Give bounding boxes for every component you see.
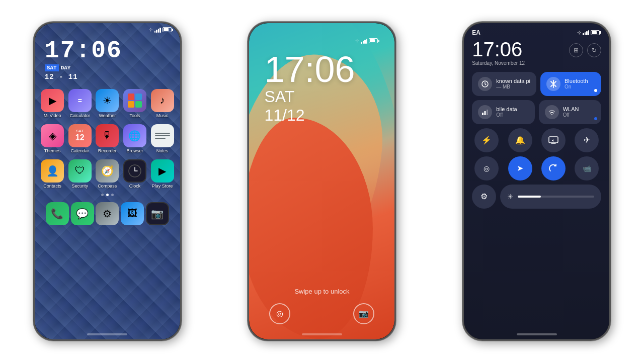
lockscreen-flashlight-button[interactable]: ◎ [269,303,290,324]
cc-time: 17:06 [472,39,525,59]
cc-wlan-info: WLAN Off [563,106,596,118]
app-browser[interactable]: 🌐 Browser [122,122,148,155]
cc-silent-button[interactable]: 🔔 [508,128,532,152]
dock-camera[interactable]: 📷 [146,202,169,225]
playstore-icon: ▶ [151,159,174,183]
lock-home-indicator[interactable] [302,333,342,335]
volume-down-button[interactable] [33,104,34,119]
cc-tile-bluetooth[interactable]: Bluetooth On [540,72,601,96]
calculator-label: Calculator [69,113,90,118]
carrier-label: EA [472,29,480,36]
day-row: SAT DAY [45,64,170,71]
dot-2 [106,194,109,196]
day-abbreviation: SAT [45,64,59,71]
volume-up-button-3[interactable] [462,83,463,99]
cc-tile-mobile-data[interactable]: bile data Off [472,100,535,124]
tools-label: Tools [129,113,140,118]
music-icon: ♪ [151,89,174,112]
cc-airplane-button[interactable]: ✈ [575,128,599,152]
browser-icon: 🌐 [123,124,146,147]
cc-signal-2 [585,32,586,35]
home-indicator[interactable] [87,333,127,335]
contacts-icon: 👤 [41,159,64,183]
app-security[interactable]: 🛡 Security [67,157,93,191]
lock-day: SAT [264,87,294,106]
cc-brightness-control[interactable]: ☀ [500,185,601,209]
control-center-screen: EA ⊹ 17:0 [464,23,609,339]
signal-bar-4 [159,28,161,33]
cc-timer-icon[interactable]: ↻ [587,43,601,57]
mivideo-icon: ▶ [41,89,64,112]
cc-bluetooth-dot [594,89,597,92]
clock-label: Clock [129,184,141,189]
weather-icon: ☀ [96,89,119,112]
control-center-content: EA ⊹ 17:0 [464,23,609,339]
volume-up-button-2[interactable] [248,83,249,99]
cc-time-block: 17:06 Saturday, November 12 [472,39,525,66]
power-button-3[interactable] [610,88,611,114]
lock-signal-3 [364,40,366,44]
dot-3 [111,194,114,196]
cc-data-tile-info: known data pi — MB [496,78,530,89]
cc-flashlight-button[interactable]: ⚡ [474,128,499,152]
app-contacts[interactable]: 👤 Contacts [40,157,65,191]
lock-battery-icon [369,38,379,43]
phone-home-screen: ⊹ 17:06 SAT DAY 12 - 11 [33,22,182,341]
cc-mobile-data-sub: Off [496,112,529,118]
cc-tiles-row2: bile data Off WLAN Of [472,100,601,124]
power-button-2[interactable] [395,88,396,114]
app-music[interactable]: ♪ Music [149,87,175,120]
notes-icon [151,124,174,147]
volume-down-button-3[interactable] [462,104,463,119]
dock-gallery[interactable]: 🖼 [121,202,144,225]
signal-bar-1 [154,31,156,33]
cc-rotation-button[interactable] [541,156,566,180]
cc-cast-button[interactable] [541,128,566,152]
app-mivideo[interactable]: ▶ Mi Video [40,87,65,120]
cc-mobile-data-info: bile data Off [496,106,529,118]
cc-settings-icon[interactable]: ⊞ [569,43,583,57]
volume-up-button[interactable] [33,83,34,99]
power-button[interactable] [181,88,182,114]
cc-home-indicator[interactable] [517,333,557,335]
cc-bottom-row: ⚙ ☀ [472,185,601,209]
app-clock[interactable]: Clock [122,157,148,191]
themes-label: Themes [44,148,61,153]
volume-down-button-2[interactable] [248,104,249,119]
cc-tile-wlan[interactable]: WLAN Off [539,100,602,124]
cc-location-button[interactable]: ➤ [508,156,532,180]
app-weather[interactable]: ☀ Weather [95,87,120,120]
app-themes[interactable]: ◈ Themes [40,122,65,155]
app-grid-row2: ◈ Themes SAT 12 Calendar 🎙 Recorder 🌐 Br… [35,120,180,155]
home-time: 17:06 [45,39,170,63]
app-compass[interactable]: 🧭 Compass [95,157,120,191]
app-recorder[interactable]: 🎙 Recorder [95,122,120,155]
dock-messages[interactable]: 💬 [71,202,94,225]
cc-signal-1 [583,33,584,35]
cc-data-usage-icon [478,77,492,91]
app-notes[interactable]: Notes [149,122,175,155]
cc-quick-row1: ⚡ 🔔 ✈ [472,128,601,152]
cc-tile-data-usage[interactable]: known data pi — MB [472,72,536,96]
lockscreen-camera-button[interactable]: 📷 [353,303,374,324]
signal-bars [154,27,161,33]
app-calculator[interactable]: = Calculator [67,87,93,120]
lock-status-bar: ⊹ [264,38,379,44]
security-icon: 🛡 [68,159,92,183]
lock-signal-1 [361,42,362,44]
app-calendar[interactable]: SAT 12 Calendar [67,122,93,155]
lock-bluetooth-icon: ⊹ [355,38,359,43]
app-playstore[interactable]: ▶ Play Store [149,157,175,191]
cc-dnd-button[interactable]: ◎ [474,156,499,180]
cc-video-button[interactable]: 📹 [575,156,599,180]
app-tools[interactable]: Tools [122,87,148,120]
calculator-icon: = [68,89,92,112]
cc-tiles-row1: known data pi — MB Bluetooth On [472,72,601,96]
cc-status-bar: EA ⊹ [472,29,601,36]
dock-settings[interactable]: ⚙ [96,202,119,225]
status-bar: ⊹ [35,23,180,35]
cc-main-settings-button[interactable]: ⚙ [472,185,496,209]
cc-bluetooth-tile-name: Bluetooth [565,78,595,84]
calendar-icon: SAT 12 [68,124,92,147]
dock-phone[interactable]: 📞 [46,202,69,225]
